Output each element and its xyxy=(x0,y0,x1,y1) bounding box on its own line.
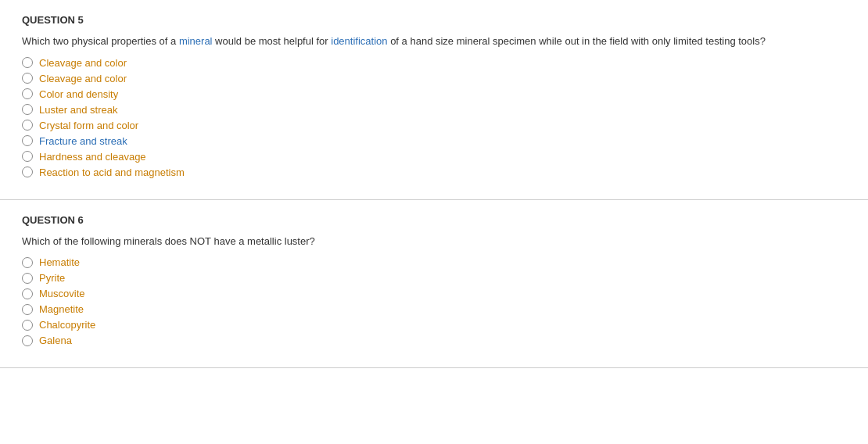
radio-button[interactable] xyxy=(22,273,33,284)
list-item[interactable]: Chalcopyrite xyxy=(22,319,846,331)
option-label: Color and density xyxy=(39,88,118,100)
radio-button[interactable] xyxy=(22,288,33,299)
option-label: Chalcopyrite xyxy=(39,319,95,331)
radio-button[interactable] xyxy=(22,120,33,131)
radio-button[interactable] xyxy=(22,135,33,146)
radio-button[interactable] xyxy=(22,151,33,162)
option-label: Hardness and cleavage xyxy=(39,151,146,163)
radio-button[interactable] xyxy=(22,335,33,346)
radio-button[interactable] xyxy=(22,257,33,268)
list-item[interactable]: Galena xyxy=(22,335,846,346)
list-item[interactable]: Hematite xyxy=(22,256,846,268)
option-label: Muscovite xyxy=(39,288,85,299)
list-item[interactable]: Hardness and cleavage xyxy=(22,151,846,163)
option-label: Cleavage and color xyxy=(39,57,127,69)
option-label: Hematite xyxy=(39,256,80,268)
list-item[interactable]: Pyrite xyxy=(22,272,846,284)
q5-mineral-highlight: mineral xyxy=(179,35,213,47)
list-item[interactable]: Luster and streak xyxy=(22,104,846,116)
question-6-title: QUESTION 6 xyxy=(22,214,846,226)
radio-button[interactable] xyxy=(22,73,33,84)
option-label: Magnetite xyxy=(39,303,84,315)
option-label: Galena xyxy=(39,335,72,346)
list-item[interactable]: Magnetite xyxy=(22,303,846,315)
list-item[interactable]: Reaction to acid and magnetism xyxy=(22,166,846,178)
option-label: Luster and streak xyxy=(39,104,117,116)
question-6-options: Hematite Pyrite Muscovite Magnetite Chal… xyxy=(22,256,846,346)
option-label: Reaction to acid and magnetism xyxy=(39,166,185,178)
question-5-options: Cleavage and color Cleavage and color Co… xyxy=(22,57,846,178)
radio-button[interactable] xyxy=(22,104,33,115)
radio-button[interactable] xyxy=(22,166,33,177)
radio-button[interactable] xyxy=(22,320,33,331)
list-item[interactable]: Fracture and streak xyxy=(22,135,846,147)
option-label: Crystal form and color xyxy=(39,120,138,131)
list-item[interactable]: Crystal form and color xyxy=(22,120,846,131)
question-6-block: QUESTION 6 Which of the following minera… xyxy=(0,200,868,369)
option-label: Cleavage and color xyxy=(39,73,127,84)
q5-identification-highlight: identification xyxy=(331,35,387,47)
list-item[interactable]: Cleavage and color xyxy=(22,73,846,84)
question-5-text: Which two physical properties of a miner… xyxy=(22,34,846,49)
list-item[interactable]: Muscovite xyxy=(22,288,846,299)
option-label: Fracture and streak xyxy=(39,135,127,147)
question-5-block: QUESTION 5 Which two physical properties… xyxy=(0,0,868,200)
question-5-title: QUESTION 5 xyxy=(22,14,846,26)
radio-button[interactable] xyxy=(22,57,33,68)
question-6-text: Which of the following minerals does NOT… xyxy=(22,234,846,249)
list-item[interactable]: Color and density xyxy=(22,88,846,100)
list-item[interactable]: Cleavage and color xyxy=(22,57,846,69)
radio-button[interactable] xyxy=(22,304,33,315)
radio-button[interactable] xyxy=(22,88,33,99)
option-label: Pyrite xyxy=(39,272,65,284)
